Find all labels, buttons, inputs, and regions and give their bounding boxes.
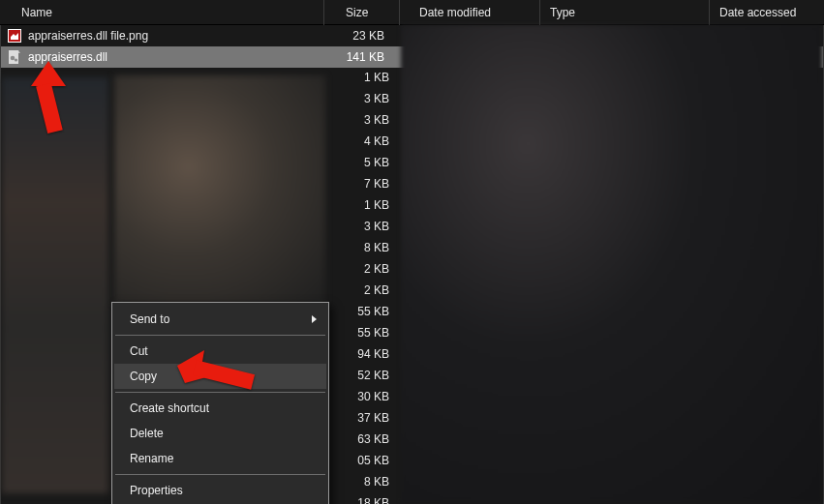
file-size: 5 KB xyxy=(323,152,401,173)
menu-item-label: Delete xyxy=(130,427,164,440)
file-size: 4 KB xyxy=(323,131,401,152)
obscured-region xyxy=(2,77,108,493)
menu-item-rename[interactable]: Rename xyxy=(114,446,326,471)
menu-separator xyxy=(115,392,325,393)
menu-item-copy[interactable]: Copy xyxy=(114,364,326,389)
file-size: 2 KB xyxy=(323,280,401,301)
svg-point-3 xyxy=(11,56,15,61)
menu-item-label: Create shortcut xyxy=(130,401,209,415)
file-size: 8 KB xyxy=(323,237,401,258)
menu-item-label: Send to xyxy=(130,312,169,326)
file-size: 2 KB xyxy=(323,258,401,280)
menu-separator xyxy=(115,335,325,336)
file-size: 8 KB xyxy=(323,471,401,492)
obscured-size-column: 1 KB 3 KB 3 KB 4 KB 5 KB 7 KB 1 KB 3 KB … xyxy=(323,67,401,504)
file-size: 3 KB xyxy=(323,109,401,131)
file-size: 37 KB xyxy=(323,407,401,429)
file-size: 18 KB xyxy=(323,492,401,504)
menu-item-properties[interactable]: Properties xyxy=(114,478,326,503)
file-size: 05 KB xyxy=(323,450,401,471)
png-file-icon xyxy=(7,28,22,44)
file-size: 1 KB xyxy=(323,194,401,216)
menu-item-label: Rename xyxy=(130,452,173,465)
header-date-modified[interactable]: Date modified xyxy=(400,0,540,25)
file-size: 3 KB xyxy=(323,88,401,109)
file-size: 1 KB xyxy=(323,67,401,88)
header-date-accessed[interactable]: Date accessed xyxy=(710,0,824,25)
menu-item-label: Copy xyxy=(130,370,157,383)
file-size: 55 KB xyxy=(323,322,401,343)
obscured-region xyxy=(401,25,822,502)
obscured-region xyxy=(114,75,325,304)
menu-item-send-to[interactable]: Send to xyxy=(114,307,326,332)
header-type[interactable]: Type xyxy=(540,0,710,25)
menu-item-create-shortcut[interactable]: Create shortcut xyxy=(114,396,326,421)
context-menu: Send to Cut Copy Create shortcut Delete … xyxy=(111,302,329,504)
header-size[interactable]: Size xyxy=(324,0,400,25)
file-size: 94 KB xyxy=(323,343,401,365)
file-size: 23 KB xyxy=(319,25,396,46)
file-size: 7 KB xyxy=(323,173,401,194)
chevron-right-icon xyxy=(312,315,317,323)
file-size: 141 KB xyxy=(319,46,396,68)
file-size: 63 KB xyxy=(323,429,401,450)
header-name[interactable]: Name xyxy=(0,0,324,25)
file-name: appraiserres.dll xyxy=(28,46,319,68)
menu-separator xyxy=(115,474,325,475)
file-name: appraiserres.dll file.png xyxy=(28,25,319,46)
file-size: 3 KB xyxy=(323,216,401,237)
menu-item-delete[interactable]: Delete xyxy=(114,421,326,446)
svg-point-4 xyxy=(15,58,17,61)
file-size: 30 KB xyxy=(323,386,401,407)
menu-item-cut[interactable]: Cut xyxy=(114,339,326,364)
dll-file-icon xyxy=(7,49,22,65)
menu-item-label: Properties xyxy=(130,484,183,497)
column-headers: Name Size Date modified Type Date access… xyxy=(0,0,824,25)
menu-item-label: Cut xyxy=(130,344,148,358)
file-size: 52 KB xyxy=(323,365,401,386)
file-size: 55 KB xyxy=(323,301,401,322)
